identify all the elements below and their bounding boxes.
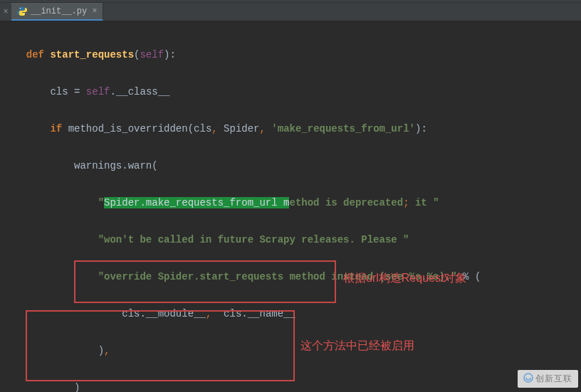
- param-self: self: [140, 49, 164, 60]
- file-tab[interactable]: __init__.py ×: [11, 3, 103, 21]
- annotation-text-1: 根据url构造Request对象: [343, 271, 466, 286]
- svg-point-1: [23, 14, 24, 14]
- svg-point-2: [524, 374, 533, 382]
- fn-name: start_requests: [50, 49, 134, 60]
- tab-bar: × __init__.py ×: [0, 3, 581, 21]
- annotation-text-2: 这个方法中已经被启用: [300, 339, 414, 354]
- highlighted-selection: Spider.make_requests_from_url m: [104, 197, 289, 208]
- tab-close-icon[interactable]: ×: [92, 6, 97, 16]
- tab-panel-close-icon[interactable]: ×: [0, 3, 11, 21]
- keyword-if: if: [50, 123, 62, 134]
- code-editor[interactable]: def start_requests(self): cls = self.__c…: [0, 21, 581, 392]
- keyword-def: def: [26, 49, 44, 60]
- watermark: 创新互联: [518, 370, 578, 388]
- python-file-icon: [17, 6, 27, 16]
- tab-filename: __init__.py: [31, 6, 87, 16]
- svg-point-0: [20, 8, 21, 9]
